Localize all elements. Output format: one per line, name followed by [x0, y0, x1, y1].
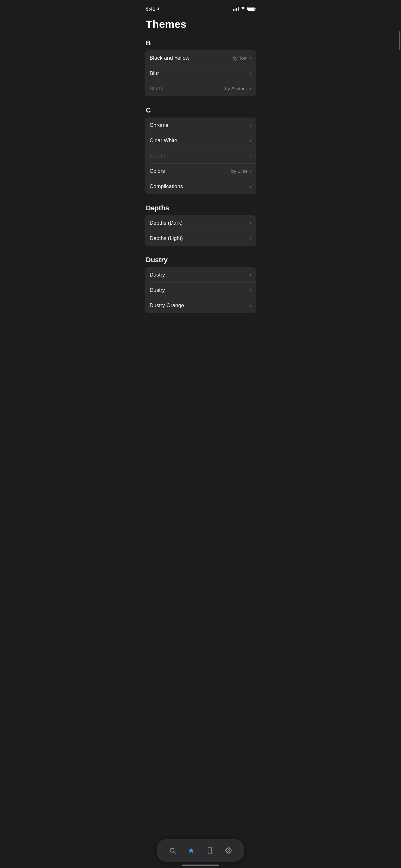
list-item-chrome[interactable]: Chrome: [144, 118, 257, 133]
item-name-blur: Blur: [149, 70, 159, 76]
item-author-blurry: by Skythrill: [225, 86, 248, 91]
chevron-icon: [249, 85, 252, 92]
content-area: Themes B Black and Yellow by Tom Blur: [140, 16, 261, 358]
chevron-icon: [249, 55, 252, 61]
section-c-list: Chrome Clear White Cobalt: [144, 118, 257, 194]
list-item-depths-dark[interactable]: Depths (Dark): [144, 215, 257, 230]
chevron-icon: [249, 137, 252, 144]
section-c: C Chrome Clear White Cobalt: [140, 104, 261, 194]
item-author-black-and-yellow: by Tom: [233, 55, 248, 61]
wifi-icon: [240, 7, 245, 11]
item-name-cobalt: Cobalt: [149, 153, 165, 159]
status-time: 9:41: [146, 6, 160, 11]
item-name-dustry-1: Dustry: [149, 272, 165, 278]
page-title: Themes: [140, 16, 261, 36]
item-name-colors: Colors: [149, 168, 165, 174]
item-name-chrome: Chrome: [149, 122, 168, 128]
item-name-dustry-orange: Dustry Orange: [149, 303, 184, 309]
chevron-icon: [249, 287, 252, 293]
list-item-blurry[interactable]: Blurry by Skythrill: [144, 81, 257, 96]
status-icons: [233, 7, 255, 11]
time-display: 9:41: [146, 6, 155, 11]
list-item-complications[interactable]: Complications: [144, 179, 257, 194]
section-dustry: Dustry Dustry Dustry Dustry: [140, 253, 261, 313]
chevron-icon: [249, 235, 252, 242]
chevron-icon: [249, 122, 252, 128]
item-name-blurry: Blurry: [149, 86, 163, 92]
section-depths-header: Depths: [140, 202, 261, 215]
list-item-colors[interactable]: Colors by Elise: [144, 163, 257, 179]
item-name-depths-dark: Depths (Dark): [149, 220, 183, 226]
item-name-complications: Complications: [149, 183, 183, 190]
chevron-icon: [249, 302, 252, 309]
item-name-depths-light: Depths (Light): [149, 235, 183, 242]
list-item-dustry-orange[interactable]: Dustry Orange: [144, 298, 257, 313]
section-depths: Depths Depths (Dark) Depths (Light): [140, 202, 261, 246]
battery-icon: [247, 7, 255, 11]
item-author-colors: by Elise: [231, 168, 248, 174]
list-item-dustry-1[interactable]: Dustry: [144, 267, 257, 282]
chevron-icon: [249, 220, 252, 226]
section-depths-list: Depths (Dark) Depths (Light): [144, 215, 257, 246]
section-c-header: C: [140, 104, 261, 118]
list-item-blur[interactable]: Blur: [144, 66, 257, 81]
navigation-icon: [157, 7, 160, 11]
item-name-black-and-yellow: Black and Yellow: [149, 55, 190, 61]
list-item-clear-white[interactable]: Clear White: [144, 133, 257, 148]
chevron-icon: [249, 272, 252, 278]
chevron-icon: [249, 183, 252, 190]
status-bar: 9:41: [140, 0, 261, 16]
list-item-cobalt[interactable]: Cobalt: [144, 148, 257, 163]
item-name-clear-white: Clear White: [149, 137, 177, 144]
chevron-icon: [249, 70, 252, 76]
section-b-list: Black and Yellow by Tom Blur Blurry: [144, 50, 257, 96]
list-item-dustry-2[interactable]: Dustry: [144, 282, 257, 298]
chevron-icon: [249, 168, 252, 174]
section-b: B Black and Yellow by Tom Blur: [140, 36, 261, 96]
signal-icon: [233, 7, 239, 11]
section-dustry-list: Dustry Dustry Dustry Orange: [144, 267, 257, 313]
list-item-black-and-yellow[interactable]: Black and Yellow by Tom: [144, 50, 257, 66]
section-b-header: B: [140, 36, 261, 50]
chevron-icon: [249, 153, 252, 159]
list-item-depths-light[interactable]: Depths (Light): [144, 230, 257, 246]
section-dustry-header: Dustry: [140, 253, 261, 267]
item-name-dustry-2: Dustry: [149, 287, 165, 293]
